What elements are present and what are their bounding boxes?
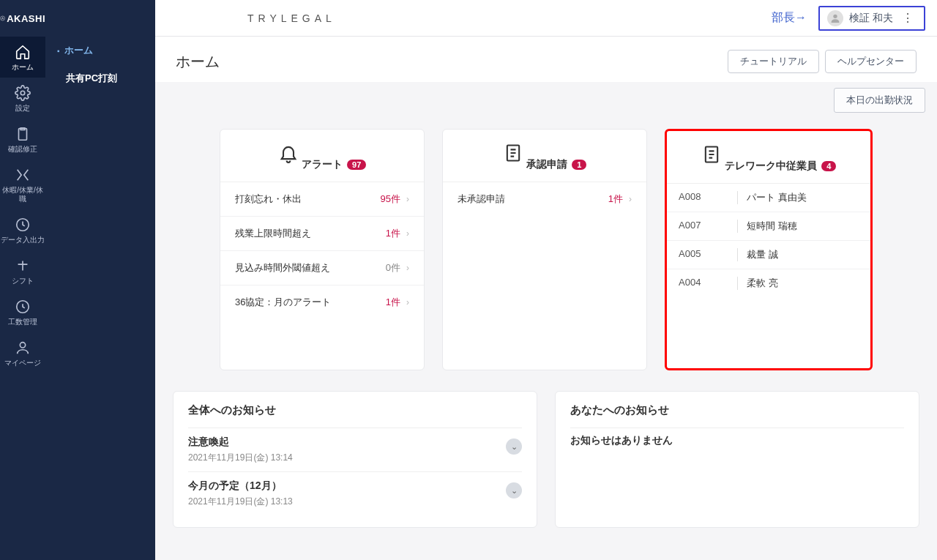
alerts-title: アラート: [302, 158, 343, 171]
notice-item[interactable]: 今月の予定（12月） 2021年11月19日(金) 13:13 ⌄: [188, 471, 522, 515]
notice-item[interactable]: 注意喚起 2021年11月19日(金) 13:14 ⌄: [188, 428, 522, 471]
rail-home[interactable]: ホーム: [0, 37, 45, 78]
notices-all-heading: 全体へのお知らせ: [188, 403, 522, 417]
data-io-icon: [15, 217, 31, 233]
role-switcher[interactable]: 部長→: [772, 10, 807, 26]
cards-row: アラート 97 打刻忘れ・休出 95件 › 残業上限時間超え 1件 ›: [161, 122, 931, 391]
chevron-right-icon: ›: [406, 194, 409, 204]
telework-row[interactable]: A004 柔軟 亮: [667, 269, 870, 297]
sub-sidebar-home[interactable]: ホーム: [45, 37, 155, 64]
rail-confirm[interactable]: 確認修正: [0, 119, 45, 160]
home-icon: [15, 44, 31, 60]
notices-all: 全体へのお知らせ 注意喚起 2021年11月19日(金) 13:14 ⌄ 今月の…: [173, 391, 537, 528]
svg-point-5: [20, 343, 25, 348]
approvals-count-badge: 1: [572, 160, 586, 170]
telework-row[interactable]: A005 裁量 誠: [667, 241, 870, 269]
notices-you: あなたへのお知らせ お知らせはありません: [555, 391, 919, 528]
topbar: TRYLEGAL 部長→ 検証 和夫 ⋮: [155, 0, 937, 37]
alert-row-36-monthly[interactable]: 36協定：月のアラート 1件 ›: [220, 285, 424, 319]
username: 検証 和夫: [849, 12, 893, 25]
notices-row: 全体へのお知らせ 注意喚起 2021年11月19日(金) 13:14 ⌄ 今月の…: [161, 391, 931, 528]
alert-row-missed-punch[interactable]: 打刻忘れ・休出 95件 ›: [220, 182, 424, 217]
telework-row[interactable]: A007 短時間 瑞穂: [667, 212, 870, 241]
user-icon: [15, 340, 31, 356]
chevron-right-icon: ›: [406, 228, 409, 239]
telework-count-badge: 4: [821, 161, 836, 171]
card-telework: テレワーク中従業員 4 A008 パート 真由美 A007 短時間 瑞穂 A00…: [665, 129, 873, 370]
main-area: TRYLEGAL 部長→ 検証 和夫 ⋮ ホーム チュートリアル ヘルプセンター…: [155, 0, 937, 560]
document-icon: [701, 144, 722, 165]
today-attendance-button[interactable]: 本日の出勤状況: [834, 88, 925, 113]
tutorial-button[interactable]: チュートリアル: [728, 50, 819, 73]
page-title: ホーム: [176, 52, 220, 72]
page-header: ホーム チュートリアル ヘルプセンター: [155, 37, 937, 82]
bell-icon: [278, 143, 299, 163]
help-center-button[interactable]: ヘルプセンター: [825, 50, 917, 73]
chevron-right-icon: ›: [406, 263, 409, 273]
topbar-brand: TRYLEGAL: [247, 12, 336, 24]
clock-icon: [15, 299, 31, 315]
telework-row[interactable]: A008 パート 真由美: [667, 184, 870, 212]
icon-rail: AKASHI ホーム 設定 確認修正 休暇/休業/休職 データ入出力 シフト: [0, 0, 45, 560]
card-approvals: 承認申請 1 未承認申請 1件 ›: [442, 129, 647, 370]
alert-row-overtime-exceed[interactable]: 残業上限時間超え 1件 ›: [220, 217, 424, 251]
chevron-right-icon: ›: [629, 194, 632, 204]
alert-row-threshold-exceed[interactable]: 見込み時間外閾値超え 0件 ›: [220, 251, 424, 285]
telework-title: テレワーク中従業員: [725, 160, 817, 173]
rail-settings[interactable]: 設定: [0, 78, 45, 119]
rail-leave[interactable]: 休暇/休業/休職: [0, 160, 45, 209]
more-icon[interactable]: ⋮: [899, 11, 917, 25]
card-alerts: アラート 97 打刻忘れ・休出 95件 › 残業上限時間超え 1件 ›: [220, 129, 425, 370]
svg-point-6: [833, 14, 837, 18]
chevron-down-icon: ⌄: [506, 482, 522, 499]
notices-you-empty: お知らせはありません: [570, 428, 904, 453]
card-telework-header: テレワーク中従業員 4: [667, 131, 870, 184]
svg-point-1: [20, 91, 25, 95]
app-logo[interactable]: AKASHI: [0, 0, 45, 37]
avatar-icon: [827, 10, 843, 26]
notices-you-heading: あなたへのお知らせ: [570, 403, 904, 417]
rail-shift[interactable]: シフト: [0, 250, 45, 291]
content: 本日の出勤状況 アラート 97 打刻忘れ・休出 95件: [155, 82, 937, 560]
chevron-down-icon: ⌄: [506, 438, 522, 455]
approvals-title: 承認申請: [526, 158, 567, 171]
alerts-count-badge: 97: [347, 160, 366, 170]
rail-data-io[interactable]: データ入出力: [0, 209, 45, 250]
rail-manhours[interactable]: 工数管理: [0, 291, 45, 332]
clipboard-icon: [15, 126, 31, 142]
leave-icon: [15, 167, 31, 183]
user-menu[interactable]: 検証 和夫 ⋮: [818, 6, 925, 31]
sub-sidebar: ホーム 共有PC打刻: [45, 0, 155, 560]
gear-icon: [15, 85, 31, 101]
sub-sidebar-shared-pc[interactable]: 共有PC打刻: [45, 64, 155, 92]
chevron-right-icon: ›: [406, 297, 409, 307]
card-alerts-header: アラート 97: [220, 130, 424, 182]
card-approvals-header: 承認申請 1: [443, 130, 646, 182]
shift-icon: [15, 258, 31, 274]
rail-mypage[interactable]: マイページ: [0, 332, 45, 373]
document-icon: [503, 143, 523, 163]
approval-row-unapproved[interactable]: 未承認申請 1件 ›: [443, 182, 646, 216]
